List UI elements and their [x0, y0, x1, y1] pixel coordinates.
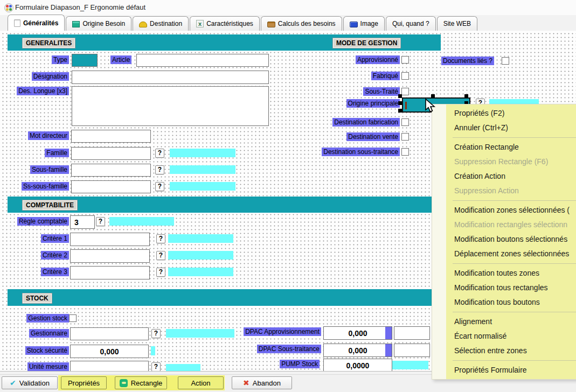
tab-image[interactable]: Image — [343, 16, 385, 31]
selection-handle-bottom-left[interactable] — [398, 109, 402, 113]
unite-mesure-display — [166, 364, 200, 372]
tab-generalites[interactable]: Généralités — [8, 15, 65, 31]
app-icon — [4, 3, 13, 12]
sous-famille-input[interactable] — [71, 164, 151, 177]
ss-sous-famille-display — [170, 182, 235, 191]
tab-origine-besoin[interactable]: Origine Besoin — [66, 16, 131, 31]
dpac-sous-traitance-input[interactable]: 0,000 — [323, 344, 392, 357]
mot-directeur-label: Mot directeur — [28, 131, 69, 140]
fabrique-checkbox[interactable] — [401, 72, 409, 80]
regle-comptable-display — [109, 217, 174, 226]
selection-handle-top-left[interactable] — [398, 94, 402, 98]
menu-item-alignement[interactable]: Alignement — [432, 314, 576, 329]
critere3-label: Critère 3 — [41, 268, 69, 276]
menu-item-selection-entre-zones[interactable]: Sélection entre zones — [432, 344, 576, 358]
origine-principale-label: Origine principale — [346, 99, 400, 108]
selection-handle-mid-left[interactable] — [398, 101, 402, 105]
menu-item-modification-tous-rectangles[interactable]: Modification tous rectangles — [432, 281, 576, 295]
menu-item-creation-rectangle[interactable]: Création Rectangle — [432, 140, 576, 155]
gestionnaire-help-button[interactable]: ? — [151, 329, 161, 338]
documents-lies-checkbox[interactable] — [502, 57, 509, 65]
fabrique-label: Fabriqué — [371, 72, 400, 80]
menu-item-modification-rectangles-selectionnes: Modification rectangles sélectionn — [432, 218, 576, 232]
famille-display — [170, 149, 235, 157]
critere2-help-button[interactable]: ? — [156, 251, 165, 260]
menu-item-modification-tous-boutons[interactable]: Modification tous boutons — [432, 295, 576, 310]
gestionnaire-input[interactable] — [70, 327, 149, 340]
tab-destination[interactable]: Destination — [133, 16, 189, 31]
tab-site-web[interactable]: Site WEB — [437, 16, 477, 31]
stock-securite-label: Stock sécurité — [25, 346, 69, 355]
pump-stock-input[interactable]: 0,0000 — [323, 359, 392, 372]
action-button-label: Action — [191, 379, 210, 387]
destination-sous-traitance-label: Destination sous-traitance — [322, 148, 400, 156]
rectangle-button-label: Rectangle — [131, 379, 163, 387]
tab-caracteristiques[interactable]: x Caractéristiques — [190, 16, 260, 31]
dpac-approvisionnement-input[interactable]: 0,000 — [323, 326, 392, 340]
menu-separator — [453, 312, 576, 312]
article-input[interactable] — [136, 54, 269, 67]
menu-item-deplacement-zones-selectionnees[interactable]: Déplacement zones sélectionnées — [432, 247, 576, 261]
gestionnaire-label: Gestionnaire — [29, 329, 69, 338]
critere1-display — [168, 234, 233, 243]
mot-directeur-input[interactable] — [71, 130, 151, 143]
regle-comptable-help-button[interactable]: ? — [96, 217, 105, 226]
ss-sous-famille-label: Ss-sous-famille — [22, 182, 69, 191]
approvisionne-checkbox[interactable] — [401, 56, 409, 64]
designation-input[interactable] — [72, 71, 269, 84]
famille-input[interactable] — [71, 147, 151, 160]
dpac-sous-traitance-value: 0,000 — [348, 346, 367, 355]
rectangle-button[interactable]: Rectangle — [115, 376, 167, 389]
critere2-input[interactable] — [70, 249, 150, 263]
section-header-comptabilite: COMPTABILITE — [23, 200, 77, 210]
tab-calculs-des-besoins[interactable]: Calculs des besoins — [261, 16, 342, 31]
selection-handle-top-mid[interactable] — [431, 94, 435, 98]
action-button[interactable]: Action — [178, 376, 224, 389]
tab-label: Image — [360, 20, 378, 27]
ss-sous-famille-input[interactable] — [71, 180, 151, 193]
ss-sous-famille-help-button[interactable]: ? — [155, 182, 164, 191]
regle-comptable-label: Règle comptable — [17, 217, 69, 226]
dpac-approvisionnement-extra-input[interactable] — [394, 326, 430, 340]
destination-vente-checkbox[interactable] — [401, 133, 409, 141]
menu-item-annuler[interactable]: Annuler (Ctrl+Z) — [432, 121, 576, 135]
sous-traite-checkbox[interactable] — [401, 88, 409, 95]
critere1-input[interactable] — [70, 233, 150, 246]
pump-stock-value: 0,0000 — [346, 361, 370, 370]
menu-separator — [453, 200, 576, 201]
dpac-sous-traitance-extra-input[interactable] — [394, 344, 430, 357]
menu-item-proprietes-formulaire[interactable]: Propriétés Formulaire — [432, 363, 576, 377]
dpac-approvisionnement-value: 0,000 — [348, 329, 367, 338]
tab-qui-quand[interactable]: Qui, quand ? — [386, 16, 436, 31]
critere3-help-button[interactable]: ? — [156, 268, 165, 277]
field-marker — [385, 327, 392, 339]
critere3-input[interactable] — [70, 266, 150, 279]
menu-item-modification-toutes-zones[interactable]: Modification toutes zones — [432, 266, 576, 281]
des-longue-textarea[interactable] — [72, 86, 269, 126]
famille-help-button[interactable]: ? — [155, 149, 164, 158]
gestion-stock-checkbox[interactable] — [69, 314, 77, 322]
tab-label: Origine Besoin — [82, 20, 125, 27]
type-input[interactable] — [72, 54, 98, 67]
destination-vente-label: Destination vente — [346, 132, 400, 141]
selection-handle-top-right[interactable] — [464, 94, 468, 98]
destination-fabrication-checkbox[interactable] — [401, 118, 409, 126]
menu-item-ecart-normalise[interactable]: Écart normalisé — [432, 329, 576, 344]
tab-label: Site WEB — [443, 20, 471, 27]
proprietes-button[interactable]: Propriétés — [61, 376, 107, 389]
stock-securite-input[interactable]: 0,000 — [70, 345, 149, 358]
validation-button[interactable]: ✔ Validation — [2, 376, 58, 389]
unite-mesure-help-button[interactable]: ? — [151, 362, 161, 372]
abandon-button[interactable]: ✖ Abandon — [232, 376, 292, 389]
critere1-help-button[interactable]: ? — [156, 234, 165, 243]
menu-item-modification-boutons-selectionnes[interactable]: Modification boutons sélectionnés — [432, 232, 576, 247]
destination-sous-traitance-checkbox[interactable] — [401, 148, 409, 156]
menu-item-proprietes[interactable]: Propriétés (F2) — [432, 106, 576, 121]
helmet-icon — [139, 22, 147, 27]
regle-comptable-input[interactable]: 3 — [70, 215, 95, 229]
check-icon: ✔ — [10, 379, 16, 387]
sous-famille-help-button[interactable]: ? — [155, 165, 164, 174]
menu-item-modification-zones-selectionnees[interactable]: Modification zones sélectionnées ( — [432, 203, 576, 218]
unite-mesure-input[interactable] — [70, 361, 149, 372]
menu-item-creation-action[interactable]: Création Action — [432, 169, 576, 184]
